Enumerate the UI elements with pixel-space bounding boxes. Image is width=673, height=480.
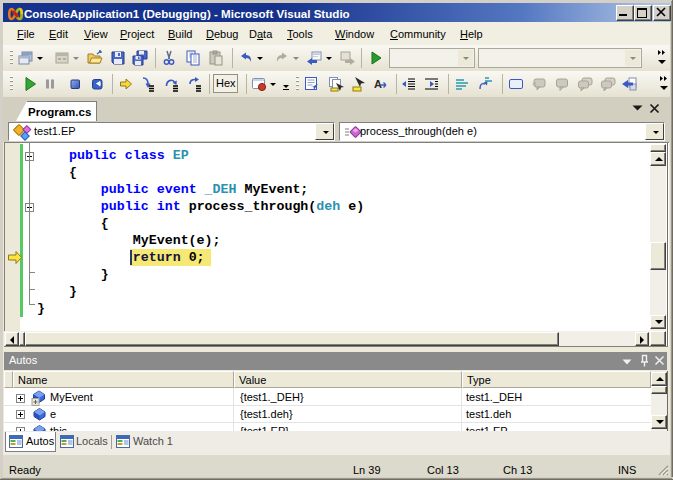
svg-text:A: A	[374, 78, 382, 90]
